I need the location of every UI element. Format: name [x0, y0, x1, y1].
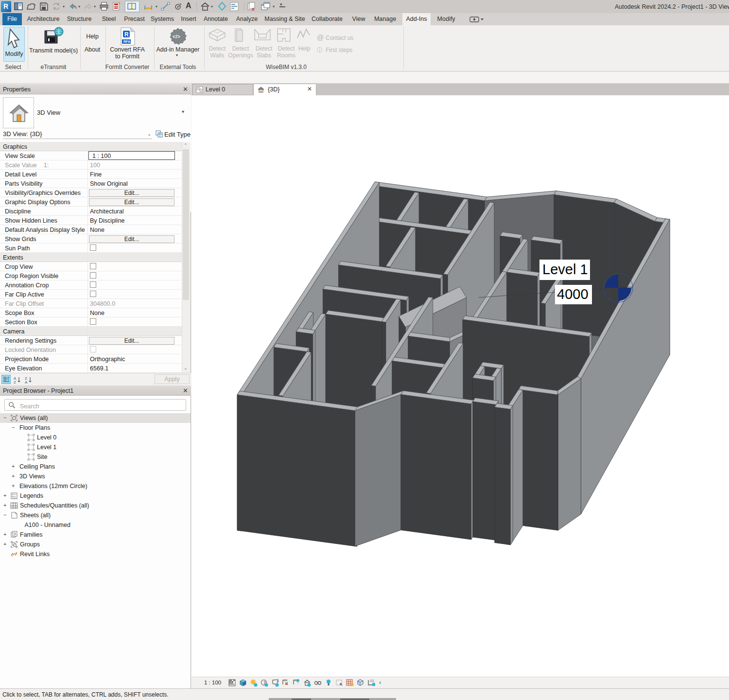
svg-text:R: R: [124, 31, 129, 38]
svg-text:</>: </>: [173, 34, 180, 39]
svg-text:RFA: RFA: [123, 40, 130, 43]
svg-text:P: P: [177, 5, 179, 9]
svg-text:Z: Z: [14, 380, 16, 384]
svg-text:A: A: [25, 380, 28, 384]
svg-text:x: x: [252, 6, 255, 12]
